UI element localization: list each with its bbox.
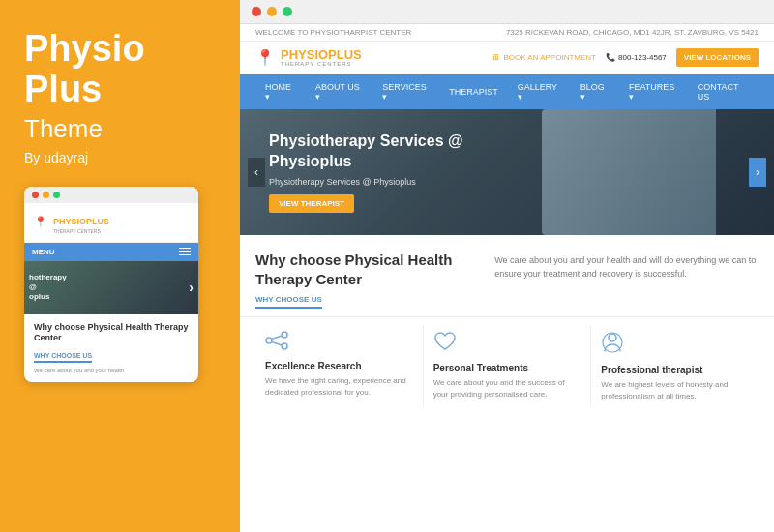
nav-contact[interactable]: CONTACT US [688,74,759,109]
feature-personal-title: Personal Treatments [433,363,581,373]
product-title: Physio Plus [24,29,216,110]
why-description: We care about you and your health and wi… [494,251,759,309]
mobile-hero-text: hotherapy @ oplus [29,273,144,303]
nav-features[interactable]: FEATURES ▾ [619,74,688,109]
share-icon [265,331,413,356]
topbar-welcome: WELCOME TO PHYSIOTHARPIST CENTER [255,28,411,37]
browser-dot-red[interactable] [252,7,261,16]
nav-about[interactable]: ABOUT US ▾ [306,74,372,109]
mobile-section-title: Why choose Physical Health Therapy Cente… [34,322,189,344]
book-appointment[interactable]: 🗓 BOOK AN APPOINTMENT [492,53,596,62]
mobile-dot-green [53,192,60,198]
hero-arrow-right[interactable]: › [749,158,766,187]
heart-icon [433,331,581,358]
svg-point-5 [609,334,616,341]
view-therapist-button[interactable]: VIEW THERAPIST [269,194,354,213]
person-icon [601,331,749,360]
site-logo-area: 📍 PHYSIOPLUS THERAPY CENTERS [255,48,362,67]
feature-therapist-desc: We are highest levels of honesty and pro… [601,379,749,402]
why-label: WHY CHOOSE US [255,295,322,309]
svg-point-1 [282,343,287,349]
right-panel: WELCOME TO PHYSIOTHARPIST CENTER 7325 RI… [240,0,774,532]
features-row: Excellence Research We have the right ca… [240,316,774,418]
mobile-body-text: We care about you and your health [34,367,189,374]
left-panel: Physio Plus Theme By udayraj 📍 PHYSIOPLU… [0,0,240,532]
feature-excellence-desc: We have the right caring, experience and… [265,375,413,399]
browser-chrome [240,0,774,24]
mobile-hero-arrow[interactable]: › [189,280,194,295]
feature-therapist-title: Professional therapist [601,365,749,375]
mobile-header: 📍 PHYSIOPLUS THERAPY CENTERS [24,203,198,243]
site-logo: PHYSIOPLUS THERAPY CENTERS [281,48,362,67]
mobile-dots [24,187,198,203]
nav-services[interactable]: SERVICES ▾ [372,74,439,109]
mobile-why-label: WHY CHOOSE US [34,352,92,363]
phone-icon: 📞 [606,53,615,62]
view-locations-button[interactable]: VIEW LOCATIONS [676,48,759,67]
svg-point-0 [282,332,287,338]
calendar-icon: 🗓 [492,53,500,62]
site-content: WELCOME TO PHYSIOTHARPIST CENTER 7325 RI… [240,24,774,532]
hero-content: Physiotherapy Services @ Physioplus Phys… [269,132,482,213]
mobile-dot-red [32,192,39,198]
browser-dot-green[interactable] [283,7,292,16]
logo-location-icon: 📍 [255,48,275,67]
theme-label: Theme [24,114,216,144]
feature-personal: Personal Treatments We care about you an… [424,325,592,408]
nav-blog[interactable]: BLOG ▾ [571,74,619,109]
hero-arrow-left[interactable]: ‹ [248,158,265,187]
top-bar: WELCOME TO PHYSIOTHARPIST CENTER 7325 RI… [240,24,774,42]
mobile-content: Why choose Physical Health Therapy Cente… [24,314,198,383]
mobile-logo: PHYSIOPLUS THERAPY CENTERS [53,211,109,234]
nav-therapist[interactable]: THERAPIST [439,74,508,109]
feature-personal-desc: We care about you and the success of you… [433,377,581,400]
svg-line-3 [272,336,282,340]
phone-number[interactable]: 📞 800-123-4567 [606,53,667,62]
svg-line-4 [272,342,282,346]
mobile-hero: hotherapy @ oplus › [24,261,198,314]
why-left: Why choose Physical Health Therapy Cente… [255,251,475,309]
site-header: 📍 PHYSIOPLUS THERAPY CENTERS 🗓 BOOK AN A… [240,42,774,74]
mobile-preview: 📍 PHYSIOPLUS THERAPY CENTERS MENU hother… [24,187,198,383]
mobile-dot-yellow [43,192,49,198]
svg-point-2 [266,338,272,343]
hero-bg-figure [542,109,716,235]
nav-home[interactable]: HOME ▾ [255,74,306,109]
hero-subtitle: Physiotherapy Services @ Physioplus [269,177,482,187]
feature-therapist: Professional therapist We are highest le… [591,325,759,408]
browser-dot-yellow[interactable] [267,7,277,16]
mobile-nav: MENU [24,243,198,261]
site-nav: HOME ▾ ABOUT US ▾ SERVICES ▾ THERAPIST G… [240,74,774,109]
feature-excellence: Excellence Research We have the right ca… [255,325,424,408]
why-section: Why choose Physical Health Therapy Cente… [240,235,774,316]
mobile-location-icon: 📍 [34,216,47,228]
hero-section: Physiotherapy Services @ Physioplus Phys… [240,109,774,235]
why-title: Why choose Physical Health Therapy Cente… [255,251,475,288]
svg-point-6 [603,333,622,352]
nav-gallery[interactable]: GALLERY ▾ [508,74,571,109]
hero-title: Physiotherapy Services @ Physioplus [269,132,482,172]
feature-excellence-title: Excellence Research [265,361,413,371]
hamburger-icon[interactable] [179,248,191,256]
site-header-actions: 🗓 BOOK AN APPOINTMENT 📞 800-123-4567 VIE… [492,48,759,67]
author-label: By udayraj [24,150,216,165]
topbar-address: 7325 RICKEVAN ROAD, CHICAGO, MD1 42JR, S… [506,28,759,37]
